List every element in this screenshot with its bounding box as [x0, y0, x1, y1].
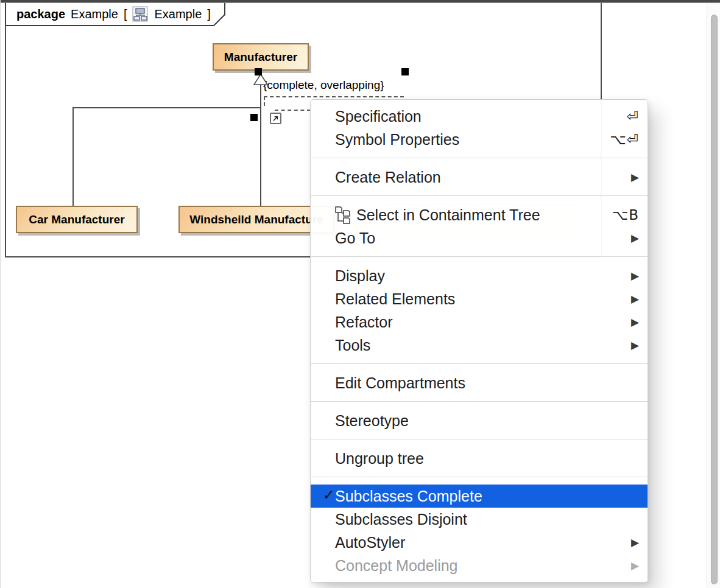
- arrow-up-right-icon: [272, 114, 280, 122]
- selection-handle[interactable]: [250, 114, 258, 121]
- menu-separator: [311, 439, 648, 439]
- menu-item-autostyler[interactable]: AutoStyler ▶: [311, 531, 648, 554]
- menu-item-related-elements[interactable]: Related Elements ▶: [311, 287, 648, 310]
- menu-item-label: Tools: [335, 337, 624, 354]
- class-car-manufacturer[interactable]: Car Manufacturer: [16, 206, 138, 233]
- selection-dashed-outline-top: [264, 96, 404, 97]
- containment-tree-icon: [334, 206, 356, 225]
- bracket-close: ]: [207, 7, 211, 21]
- shortcut-option-b: ⌥B: [612, 207, 639, 223]
- package-keyword: package: [16, 7, 65, 21]
- package-header: package Example [ Example ]: [5, 4, 231, 24]
- menu-item-ungroup-tree[interactable]: Ungroup tree: [311, 447, 648, 470]
- open-link-button[interactable]: [270, 113, 281, 124]
- bracket-open: [: [124, 7, 127, 21]
- class-name-label: Manufacturer: [224, 51, 297, 64]
- generalization-set-label[interactable]: {complete, overlapping}: [263, 79, 384, 92]
- menu-item-label: Go To: [335, 229, 624, 247]
- menu-item-label: Concept Modeling: [335, 557, 624, 575]
- menu-item-label: Subclasses Complete: [335, 488, 639, 505]
- selection-dashed-outline-side: [264, 96, 265, 106]
- class-name-label: Windsheild Manufacture: [189, 213, 323, 226]
- shortcut-return: ⏎: [627, 108, 639, 124]
- menu-item-symbol-properties[interactable]: Symbol Properties ⌥⏎: [311, 128, 648, 151]
- class-diagram-icon: [132, 6, 149, 22]
- menu-separator: [311, 256, 648, 257]
- selection-handle[interactable]: [401, 68, 409, 75]
- menu-item-select-in-containment-tree[interactable]: Select in Containment Tree ⌥B: [311, 203, 648, 226]
- context-menu: Specification ⏎ Symbol Properties ⌥⏎ Cre…: [310, 99, 648, 583]
- menu-item-label: AutoStyler: [335, 534, 624, 551]
- menu-item-label: Display: [335, 267, 624, 285]
- menu-item-create-relation[interactable]: Create Relation ▶: [311, 166, 648, 189]
- menu-item-label: Ungroup tree: [335, 450, 639, 467]
- menu-item-label: Related Elements: [335, 290, 624, 308]
- menu-item-display[interactable]: Display ▶: [311, 264, 648, 287]
- menu-item-specification[interactable]: Specification ⏎: [311, 105, 648, 128]
- menu-item-stereotype[interactable]: Stereotype: [311, 409, 648, 432]
- generalization-line-left-branch[interactable]: [72, 107, 74, 206]
- vertical-scrollbar-thumb[interactable]: [711, 15, 718, 584]
- menu-item-label: Subclasses Disjoint: [335, 511, 639, 528]
- menu-item-subclasses-complete[interactable]: ✓ Subclasses Complete: [311, 485, 648, 508]
- shortcut-option-return: ⌥⏎: [610, 131, 639, 147]
- menu-separator: [311, 401, 648, 402]
- class-manufacturer[interactable]: Manufacturer: [213, 43, 309, 71]
- vertical-scrollbar[interactable]: [707, 2, 720, 588]
- window-left-edge: [0, 0, 1, 588]
- generalization-line-vertical-top[interactable]: [260, 85, 261, 108]
- menu-item-label: Edit Compartments: [335, 374, 639, 392]
- menu-separator: [311, 363, 648, 364]
- window-top-edge-line: [0, 2, 720, 3]
- submenu-arrow-icon: ▶: [631, 559, 639, 572]
- menu-separator: [311, 195, 648, 196]
- menu-separator: [311, 158, 648, 158]
- submenu-arrow-icon: ▶: [631, 316, 639, 328]
- menu-item-label: Symbol Properties: [335, 131, 610, 149]
- menu-item-label: Select in Containment Tree: [356, 206, 612, 224]
- menu-item-edit-compartments[interactable]: Edit Compartments: [311, 371, 648, 394]
- submenu-arrow-icon: ▶: [631, 171, 639, 183]
- menu-item-concept-modeling[interactable]: Concept Modeling ▶: [311, 554, 648, 577]
- menu-item-subclasses-disjoint[interactable]: Subclasses Disjoint: [311, 508, 648, 531]
- submenu-arrow-icon: ▶: [631, 232, 639, 244]
- submenu-arrow-icon: ▶: [631, 536, 639, 548]
- selection-handle[interactable]: [255, 68, 262, 75]
- selection-dashed-outline-inner: [275, 110, 311, 111]
- generalization-line-right-branch[interactable]: [260, 107, 261, 206]
- submenu-arrow-icon: ▶: [631, 293, 639, 305]
- menu-item-label: Specification: [335, 108, 627, 125]
- menu-item-tools[interactable]: Tools ▶: [311, 334, 648, 357]
- submenu-arrow-icon: ▶: [631, 270, 639, 282]
- submenu-arrow-icon: ▶: [631, 339, 639, 351]
- menu-item-go-to[interactable]: Go To ▶: [311, 226, 648, 250]
- checkmark-icon: ✓: [323, 487, 334, 503]
- menu-separator: [311, 477, 648, 477]
- menu-item-label: Create Relation: [335, 169, 624, 186]
- diagram-name: Example: [154, 7, 202, 21]
- menu-item-refactor[interactable]: Refactor ▶: [311, 310, 648, 334]
- package-name: Example: [71, 7, 118, 21]
- class-name-label: Car Manufacturer: [29, 213, 124, 226]
- generalization-line-horizontal[interactable]: [72, 107, 261, 108]
- menu-item-label: Stereotype: [335, 412, 639, 430]
- menu-item-label: Refactor: [335, 313, 624, 331]
